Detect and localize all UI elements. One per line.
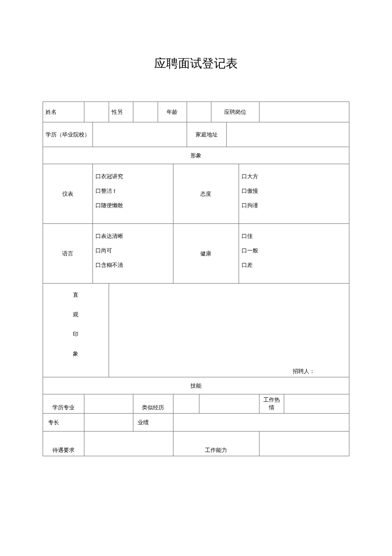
label-address: 家庭地址: [187, 122, 226, 147]
input-major[interactable]: [84, 394, 133, 414]
input-name[interactable]: [84, 102, 109, 122]
section-image: 形象: [43, 147, 349, 164]
options-attitude[interactable]: 口大方 口傲慢 口拘谨: [239, 164, 349, 224]
label-name: 姓名: [43, 102, 84, 122]
label-ability: 工作能力: [173, 431, 259, 456]
options-appearance[interactable]: 口衣冠讲究 口整洁 f 口随便懒散: [93, 164, 173, 224]
label-performance: 业绩: [133, 414, 173, 431]
label-education: 学历（毕业院校）: [43, 122, 93, 147]
label-attitude: 态度: [173, 164, 239, 224]
label-position: 应聘岗位: [211, 102, 259, 122]
registration-form: 姓名 性另 年龄 应聘岗位 学历（毕业院校） 家庭地址 形象 仪表 口衣冠讲究 …: [43, 101, 349, 456]
input-ability[interactable]: [259, 431, 349, 456]
label-strength: 专长: [43, 414, 84, 431]
input-gender[interactable]: [133, 102, 158, 122]
input-age[interactable]: [187, 102, 211, 122]
input-position[interactable]: [259, 102, 349, 122]
input-performance[interactable]: [173, 414, 349, 431]
label-similar-exp: 类似经历: [133, 394, 173, 414]
page-title: 应聘面试登记表: [43, 55, 349, 72]
label-gender: 性另: [109, 102, 133, 122]
label-age: 年龄: [158, 102, 187, 122]
input-similar-exp[interactable]: [173, 394, 199, 414]
section-skills: 技能: [43, 377, 349, 394]
input-salary[interactable]: [84, 431, 173, 456]
label-appearance: 仪表: [43, 164, 93, 224]
label-health: 健康: [173, 224, 239, 284]
input-education[interactable]: [93, 122, 187, 147]
label-major: 学历专业: [43, 394, 84, 414]
input-strength[interactable]: [84, 414, 133, 431]
label-recruiter: 招聘人：: [293, 368, 315, 374]
label-impression: 直 观 印 象: [43, 284, 109, 377]
options-health[interactable]: 口佳 口一般 口差: [239, 224, 349, 284]
input-impression[interactable]: 招聘人：: [109, 284, 349, 377]
input-address[interactable]: [227, 122, 349, 147]
label-enthusiasm: 工作热情: [259, 394, 284, 414]
label-salary: 待遇要求: [43, 431, 84, 456]
input-enthusiasm[interactable]: [284, 394, 349, 414]
input-extra-1[interactable]: [199, 394, 259, 414]
options-language[interactable]: 口表达清晰 口尚可 口含糊不清: [93, 224, 173, 284]
label-language: 语言: [43, 224, 93, 284]
